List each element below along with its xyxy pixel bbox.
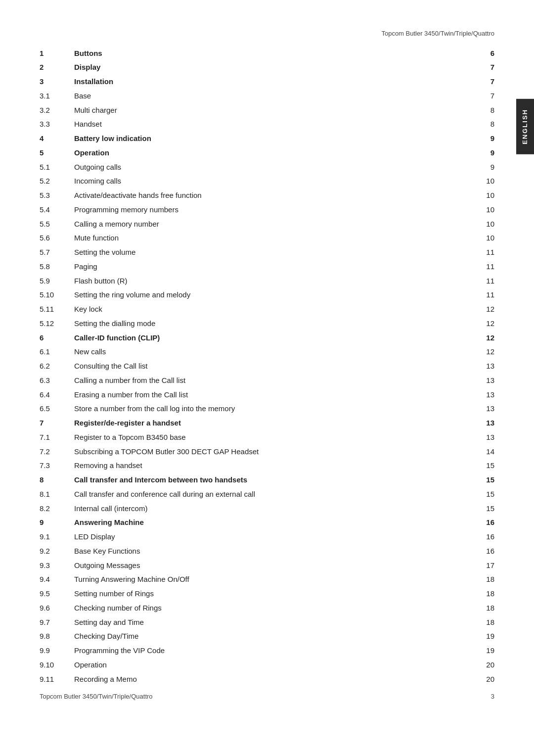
toc-title: Base Key Functions (74, 544, 475, 558)
toc-title: Recording a Memo (74, 672, 475, 686)
toc-row: 2Display7 (40, 60, 494, 75)
toc-row: 5.7Setting the volume11 (40, 245, 494, 260)
toc-title: Handset (74, 117, 475, 132)
toc-num: 6.3 (40, 373, 74, 387)
toc-title: Display (74, 60, 475, 75)
toc-row: 3Installation7 (40, 75, 494, 89)
toc-page: 7 (475, 89, 494, 103)
toc-page: 12 (475, 302, 494, 317)
toc-num: 3.1 (40, 89, 74, 103)
toc-num: 3.3 (40, 117, 74, 132)
toc-title: Operation (74, 658, 475, 672)
toc-title: Calling a number from the Call list (74, 373, 475, 387)
toc-row: 9.7Setting day and Time18 (40, 615, 494, 629)
toc-num: 8 (40, 473, 74, 487)
toc-row: 9.2Base Key Functions16 (40, 544, 494, 558)
toc-row: 9.9Programming the VIP Code19 (40, 644, 494, 658)
toc-row: 5.6Mute function10 (40, 231, 494, 245)
toc-num: 7.3 (40, 459, 74, 473)
toc-num: 3 (40, 75, 74, 89)
toc-row: 9.10Operation20 (40, 658, 494, 672)
footer-right: 3 (491, 693, 494, 700)
toc-row: 5.2Incoming calls10 (40, 174, 494, 189)
toc-page: 18 (475, 615, 494, 629)
toc-row: 5.3Activate/deactivate hands free functi… (40, 189, 494, 203)
toc-row: 7Register/de-register a handset13 (40, 416, 494, 430)
toc-title: Calling a memory number (74, 217, 475, 231)
toc-num: 9.7 (40, 615, 74, 629)
toc-page: 12 (475, 316, 494, 331)
toc-title: Setting the dialling mode (74, 316, 475, 331)
toc-row: 3.2Multi charger8 (40, 103, 494, 117)
toc-num: 9.4 (40, 572, 74, 587)
toc-title: Outgoing calls (74, 160, 475, 174)
toc-title: Register to a Topcom B3450 base (74, 430, 475, 444)
toc-num: 9.5 (40, 587, 74, 601)
toc-row: 6.2Consulting the Call list13 (40, 359, 494, 374)
toc-page: 10 (475, 189, 494, 203)
toc-page: 6 (475, 46, 494, 60)
toc-num: 9.9 (40, 644, 74, 658)
toc-row: 8.2Internal call (intercom)15 (40, 501, 494, 516)
toc-page: 20 (475, 672, 494, 686)
toc-num: 9.6 (40, 601, 74, 615)
toc-num: 5.5 (40, 217, 74, 231)
toc-num: 2 (40, 60, 74, 75)
toc-page: 10 (475, 217, 494, 231)
toc-page: 13 (475, 416, 494, 430)
toc-page: 13 (475, 430, 494, 444)
toc-page: 10 (475, 231, 494, 245)
toc-page: 13 (475, 387, 494, 402)
toc-title: Call transfer and Intercom between two h… (74, 473, 475, 487)
toc-title: Removing a handset (74, 459, 475, 473)
toc-num: 1 (40, 46, 74, 60)
toc-row: 7.3Removing a handset15 (40, 459, 494, 473)
toc-title: Checking Day/Time (74, 629, 475, 644)
toc-title: Programming memory numbers (74, 202, 475, 217)
toc-table: 1Buttons62Display73Installation73.1Base7… (40, 46, 494, 686)
toc-title: Checking number of Rings (74, 601, 475, 615)
toc-num: 5.1 (40, 160, 74, 174)
toc-page: 14 (475, 444, 494, 459)
toc-page: 12 (475, 331, 494, 345)
toc-title: Outgoing Messages (74, 558, 475, 572)
toc-num: 7 (40, 416, 74, 430)
toc-page: 15 (475, 487, 494, 501)
toc-num: 5.9 (40, 274, 74, 288)
toc-title: Multi charger (74, 103, 475, 117)
toc-title: Erasing a number from the Call list (74, 387, 475, 402)
toc-row: 7.2Subscribing a TOPCOM Butler 300 DECT … (40, 444, 494, 459)
toc-title: Key lock (74, 302, 475, 317)
toc-num: 8.1 (40, 487, 74, 501)
toc-title: Base (74, 89, 475, 103)
toc-title: Setting day and Time (74, 615, 475, 629)
toc-num: 5.12 (40, 316, 74, 331)
toc-title: Subscribing a TOPCOM Butler 300 DECT GAP… (74, 444, 475, 459)
toc-num: 5.8 (40, 259, 74, 274)
toc-row: 6.1New calls12 (40, 345, 494, 359)
toc-num: 6.4 (40, 387, 74, 402)
toc-page: 13 (475, 359, 494, 374)
toc-page: 9 (475, 145, 494, 160)
toc-title: Setting number of Rings (74, 587, 475, 601)
toc-page: 11 (475, 288, 494, 302)
toc-row: 5.5Calling a memory number10 (40, 217, 494, 231)
toc-page: 16 (475, 516, 494, 530)
toc-row: 5.9Flash button (R)11 (40, 274, 494, 288)
toc-num: 5 (40, 145, 74, 160)
toc-title: Turning Answering Machine On/Off (74, 572, 475, 587)
toc-page: 7 (475, 75, 494, 89)
toc-num: 9.1 (40, 530, 74, 544)
toc-row: 9Answering Machine16 (40, 516, 494, 530)
toc-row: 9.11Recording a Memo20 (40, 672, 494, 686)
toc-num: 9.2 (40, 544, 74, 558)
toc-title: Answering Machine (74, 516, 475, 530)
toc-title: LED Display (74, 530, 475, 544)
toc-page: 15 (475, 473, 494, 487)
toc-title: Buttons (74, 46, 475, 60)
toc-num: 5.3 (40, 189, 74, 203)
toc-page: 8 (475, 117, 494, 132)
toc-num: 5.11 (40, 302, 74, 317)
toc-num: 5.6 (40, 231, 74, 245)
toc-num: 7.1 (40, 430, 74, 444)
